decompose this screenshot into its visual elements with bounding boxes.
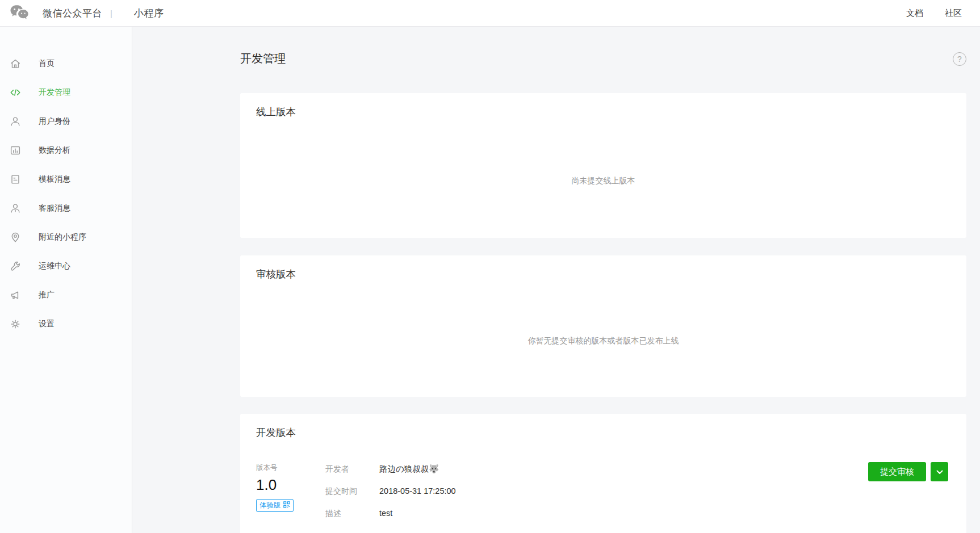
sidebar-item-label: 用户身份 bbox=[39, 116, 70, 127]
review-version-card: 审核版本 你暂无提交审核的版本或者版本已发布上线 bbox=[240, 255, 966, 397]
nav-community-link[interactable]: 社区 bbox=[945, 8, 962, 19]
template-message-icon bbox=[9, 173, 22, 186]
sidebar-item-data-analysis[interactable]: 数据分析 bbox=[0, 136, 132, 165]
sidebar-item-label: 设置 bbox=[39, 319, 55, 329]
sidebar-item-template-message[interactable]: 模板消息 bbox=[0, 165, 132, 194]
main-area: 开发管理 ? 线上版本 尚未提交线上版本 审核版本 你暂无提交审核的版本或者版本… bbox=[132, 26, 980, 533]
gear-icon bbox=[9, 317, 22, 331]
brand-home-link[interactable]: 微信公众平台 | 小程序 bbox=[10, 4, 164, 23]
sidebar-item-label: 首页 bbox=[39, 58, 55, 69]
sidebar-item-label: 附近的小程序 bbox=[39, 232, 86, 242]
qr-code-icon bbox=[283, 501, 290, 510]
megaphone-icon bbox=[9, 288, 22, 302]
user-icon bbox=[9, 115, 22, 128]
developer-label: 开发者 bbox=[325, 463, 379, 475]
sidebar-item-ops-center[interactable]: 运维中心 bbox=[0, 251, 132, 280]
description-row: 描述 test bbox=[325, 507, 950, 519]
sidebar-item-label: 模板消息 bbox=[39, 174, 70, 184]
developer-value: 路边の狼叔叔🐺 bbox=[379, 463, 439, 475]
wechat-mp-console: 微信公众平台 | 小程序 文档 社区 首页 开发管理 bbox=[0, 0, 980, 533]
submit-time-value: 2018-05-31 17:25:00 bbox=[379, 485, 456, 497]
sidebar-item-service-message[interactable]: 客服消息 bbox=[0, 194, 132, 223]
online-version-card: 线上版本 尚未提交线上版本 bbox=[240, 93, 966, 238]
submit-dropdown-button[interactable] bbox=[931, 462, 948, 481]
description-value: test bbox=[379, 507, 392, 519]
sidebar-item-dev-management[interactable]: 开发管理 bbox=[0, 78, 132, 107]
location-pin-icon bbox=[9, 230, 22, 244]
sidebar-item-label: 客服消息 bbox=[39, 203, 70, 213]
trial-version-badge[interactable]: 体验版 bbox=[256, 499, 294, 512]
code-icon bbox=[9, 86, 22, 99]
review-version-title: 审核版本 bbox=[240, 255, 966, 281]
submit-time-label: 提交时间 bbox=[325, 485, 379, 497]
sidebar-item-home[interactable]: 首页 bbox=[0, 49, 132, 78]
version-number: 1.0 bbox=[256, 476, 325, 494]
sidebar-item-nearby-miniprogram[interactable]: 附近的小程序 bbox=[0, 223, 132, 251]
top-nav: 文档 社区 bbox=[906, 8, 962, 19]
chevron-down-icon bbox=[936, 468, 943, 476]
bar-chart-icon bbox=[9, 144, 22, 157]
help-icon[interactable]: ? bbox=[953, 52, 966, 66]
sidebar-item-promotion[interactable]: 推广 bbox=[0, 280, 132, 309]
sidebar-item-settings[interactable]: 设置 bbox=[0, 309, 132, 338]
sidebar-item-label: 运维中心 bbox=[39, 261, 70, 271]
product-name: 小程序 bbox=[134, 7, 164, 20]
nav-docs-link[interactable]: 文档 bbox=[906, 8, 923, 19]
trial-badge-label: 体验版 bbox=[259, 501, 281, 510]
online-version-empty-text: 尚未提交线上版本 bbox=[240, 176, 966, 186]
wechat-logo-icon bbox=[10, 4, 29, 23]
version-label: 版本号 bbox=[256, 463, 325, 473]
submit-review-button[interactable]: 提交审核 bbox=[868, 462, 926, 481]
online-version-title: 线上版本 bbox=[240, 93, 966, 119]
sidebar-item-label: 数据分析 bbox=[39, 145, 70, 156]
submit-time-row: 提交时间 2018-05-31 17:25:00 bbox=[325, 485, 950, 497]
top-header: 微信公众平台 | 小程序 文档 社区 bbox=[0, 0, 980, 27]
home-icon bbox=[9, 57, 22, 70]
sidebar-item-user-identity[interactable]: 用户身份 bbox=[0, 107, 132, 136]
page-title: 开发管理 bbox=[240, 51, 286, 66]
dev-version-title: 开发版本 bbox=[240, 414, 966, 439]
developer-row: 开发者 路边の狼叔叔🐺 bbox=[325, 463, 950, 475]
description-label: 描述 bbox=[325, 507, 379, 519]
wrench-icon bbox=[9, 259, 22, 273]
review-version-empty-text: 你暂无提交审核的版本或者版本已发布上线 bbox=[240, 336, 966, 346]
dev-version-card: 开发版本 版本号 1.0 体验版 bbox=[240, 414, 966, 533]
sidebar-item-label: 推广 bbox=[39, 290, 55, 300]
sidebar-item-label: 开发管理 bbox=[39, 87, 70, 98]
service-message-icon bbox=[9, 202, 22, 215]
brand-name: 微信公众平台 bbox=[43, 7, 102, 20]
sidebar: 首页 开发管理 用户身份 数据分析 bbox=[0, 26, 132, 533]
brand-separator: | bbox=[110, 9, 112, 18]
